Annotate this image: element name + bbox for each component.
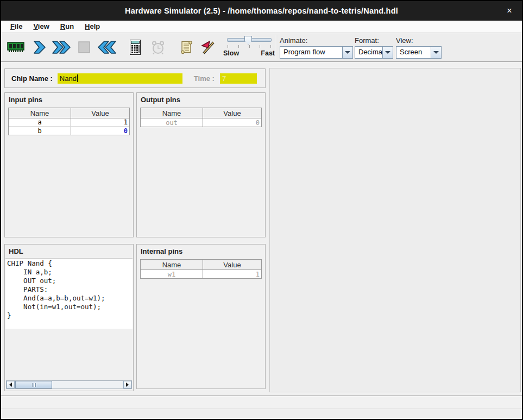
- speed-slider-group: Slow Fast: [222, 35, 276, 60]
- status-bar: [1, 396, 522, 419]
- animate-label: Animate:: [280, 36, 353, 45]
- speed-slider-thumb[interactable]: [244, 36, 252, 45]
- scrollbar-track[interactable]: [15, 381, 123, 388]
- table-row: out 0: [141, 118, 261, 127]
- code-line: OUT out;: [7, 277, 133, 285]
- red-flag-icon: [200, 40, 216, 55]
- hdl-code-editor[interactable]: CHIP Nand { IN a,b; OUT out; PARTS: And(…: [5, 258, 133, 329]
- value-column-header: Value: [71, 108, 129, 118]
- status-message: [1, 396, 522, 409]
- rewind-icon: [97, 40, 117, 55]
- hdl-title: HDL: [5, 245, 133, 258]
- output-pins-panel: Output pins Name Value out 0: [136, 92, 266, 237]
- breakpoints-button[interactable]: [198, 35, 218, 59]
- table-row: w1 1: [141, 270, 261, 278]
- stop-square-icon: [78, 41, 90, 53]
- pin-name-cell: a: [9, 118, 71, 126]
- pin-name-cell: out: [141, 119, 203, 127]
- time-value: 7: [222, 74, 226, 83]
- menu-file[interactable]: File: [5, 21, 27, 32]
- internal-pins-panel: Internal pins Name Value w1 1: [136, 244, 266, 389]
- slider-ticks: [228, 45, 271, 48]
- close-button[interactable]: ×: [505, 6, 514, 16]
- chevron-down-icon[interactable]: [431, 47, 441, 58]
- run-button[interactable]: [51, 35, 72, 59]
- view-label: View:: [396, 36, 442, 45]
- output-pins-title: Output pins: [137, 93, 265, 106]
- step-forward-icon: [31, 40, 46, 55]
- ram-chip-icon: [7, 41, 24, 53]
- toolbar: Slow Fast Animate: Program flow Format: …: [1, 33, 522, 62]
- single-step-button[interactable]: [28, 35, 49, 59]
- animate-group: Animate: Program flow: [280, 36, 353, 59]
- arrow-right-icon: [126, 383, 129, 387]
- close-icon: ×: [507, 6, 512, 15]
- input-pins-panel: Input pins Name Value a 1 b 0: [4, 92, 134, 237]
- load-chip-button[interactable]: [5, 35, 26, 59]
- animate-selected-value: Program flow: [280, 47, 342, 58]
- menu-view[interactable]: View: [28, 21, 54, 32]
- status-message-secondary: [1, 409, 522, 419]
- pin-name-cell: w1: [141, 271, 203, 278]
- horizontal-scrollbar: [6, 380, 132, 389]
- value-column-header: Value: [203, 108, 261, 118]
- time-field: 7: [220, 73, 257, 84]
- view-select[interactable]: Screen: [396, 46, 442, 59]
- animate-select[interactable]: Program flow: [280, 46, 353, 59]
- pin-name-cell: b: [9, 127, 71, 135]
- menu-run[interactable]: Run: [55, 21, 79, 32]
- table-header: Name Value: [141, 108, 261, 118]
- code-line: }: [7, 311, 133, 320]
- table-header: Name Value: [9, 108, 129, 118]
- chip-name-value: Nand: [60, 74, 77, 83]
- table-header: Name Value: [141, 260, 261, 270]
- format-selected-value: Decimal: [355, 47, 382, 58]
- name-column-header: Name: [9, 109, 71, 117]
- main-content: Chip Name : Nand Time : 7 Input pins Nam…: [1, 62, 522, 396]
- stop-button[interactable]: [74, 35, 94, 59]
- format-label: Format:: [355, 36, 393, 45]
- calculator-button[interactable]: [125, 35, 146, 59]
- table-row: a 1: [9, 118, 129, 127]
- hardware-simulator-window: Hardware Simulator (2.5) - /home/thomas/…: [0, 0, 523, 420]
- table-row: b 0: [9, 127, 129, 135]
- pin-value-cell: 0: [203, 118, 261, 127]
- chevron-down-icon[interactable]: [382, 47, 393, 58]
- scroll-icon: [179, 40, 193, 55]
- slider-slow-label: Slow: [223, 49, 239, 57]
- chip-header-panel: Chip Name : Nand Time : 7: [4, 68, 266, 88]
- name-column-header: Name: [141, 109, 203, 117]
- chip-display-area: [269, 68, 521, 392]
- calculator-icon: [129, 39, 142, 55]
- code-line: And(a=a,b=b,out=w1);: [7, 294, 133, 303]
- chevron-down-icon[interactable]: [342, 47, 352, 58]
- title-bar: Hardware Simulator (2.5) - /home/thomas/…: [1, 1, 522, 21]
- view-script-button[interactable]: [176, 35, 197, 59]
- menu-bar: File View Run Help: [1, 21, 522, 33]
- view-selected-value: Screen: [396, 47, 431, 58]
- code-line: PARTS:: [7, 285, 133, 294]
- text-caret: [77, 74, 78, 82]
- scroll-right-button[interactable]: [123, 381, 131, 388]
- code-line: IN a,b;: [7, 268, 133, 277]
- time-label: Time :: [194, 74, 215, 83]
- internal-pins-table: Name Value w1 1: [140, 259, 262, 279]
- hdl-panel: HDL CHIP Nand { IN a,b; OUT out; PARTS: …: [4, 244, 134, 391]
- pin-value-cell[interactable]: 0: [71, 127, 129, 135]
- scroll-left-button[interactable]: [7, 381, 15, 388]
- input-pins-title: Input pins: [5, 93, 133, 106]
- reset-button[interactable]: [97, 35, 117, 59]
- toolbar-separator: [276, 35, 276, 59]
- format-select[interactable]: Decimal: [355, 46, 393, 59]
- chip-name-input[interactable]: Nand: [58, 73, 182, 84]
- input-pins-table: Name Value a 1 b 0: [8, 108, 130, 135]
- code-line: Not(in=w1,out=out);: [7, 303, 133, 311]
- slider-fast-label: Fast: [261, 49, 275, 57]
- code-line: CHIP Nand {: [7, 259, 133, 268]
- output-pins-table: Name Value out 0: [140, 108, 262, 127]
- pin-value-cell[interactable]: 1: [71, 118, 129, 126]
- name-column-header: Name: [141, 261, 203, 269]
- menu-help[interactable]: Help: [80, 21, 105, 32]
- scrollbar-thumb[interactable]: [15, 381, 52, 388]
- clock-button[interactable]: [148, 35, 168, 59]
